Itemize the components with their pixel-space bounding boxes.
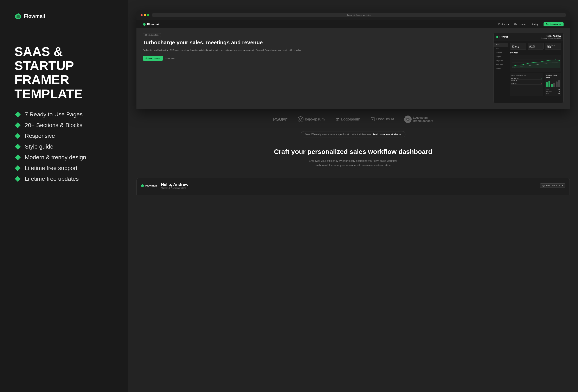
logo-psum-icon: L (371, 117, 375, 122)
feature-item: Lifetime free support (14, 165, 116, 172)
globe-icon (299, 118, 302, 121)
bottom-logo-icon (141, 184, 144, 187)
social-proof-link[interactable]: Read customers stories → (373, 133, 401, 135)
sidebar-channels[interactable]: Channels (494, 51, 508, 55)
logo-psum-2-text: LOGO! PSUM (376, 118, 394, 121)
summary-total-row: Total89 (546, 93, 560, 95)
logo-circle-icon (298, 116, 303, 122)
stat-sent-label: Sent (512, 44, 525, 46)
hero-buttons: Get early access Learn more (143, 56, 487, 61)
site-nav: Features ▾ Use cases ▾ Pricing Get templ… (498, 22, 564, 26)
dash-bottom: Links clicked ↑ 6.5% Andrew Joh...↑ Sara… (510, 73, 561, 96)
flowmail-logo-icon (14, 12, 22, 20)
dash-logo-icon (496, 36, 498, 38)
dashboard-preview: Flowmail Hello, Andrew Monday, 5 Novembe… (493, 33, 564, 103)
stat-links-label: Links shared (547, 44, 559, 46)
dash-stats: Sent 64,115 Opened 2,418 Links shared 85… (510, 43, 561, 50)
bottom-mock-header: Flowmail Hello, Andrew Monday, 5 Novembe… (141, 182, 565, 189)
dot-green[interactable] (147, 14, 149, 16)
sidebar-analytics[interactable]: Analytics (494, 55, 508, 59)
feature-item: Style guide (14, 143, 116, 150)
stat-links-value: 856 (547, 46, 559, 48)
diamond-icon (14, 154, 21, 161)
dash-sidebar: Home Inbox Channels Analytics Integratio… (494, 41, 508, 103)
feature-item: 7 Ready to Use Pages (14, 111, 116, 118)
get-early-access-button[interactable]: Get early access (143, 56, 163, 61)
diamond-icon (14, 122, 21, 129)
stat-links: Links shared 856 (545, 43, 561, 50)
svg-marker-15 (141, 184, 144, 187)
feature-item: Lifetime free updates (14, 175, 116, 182)
summary-received-row: Received23 (546, 90, 560, 93)
logos-section: PSUM* logo–ipsum Logoipsum L (128, 109, 578, 129)
bottom-mock-greeting: Hello, Andrew (161, 182, 540, 187)
stat-opened-value: 2,418 (530, 46, 542, 48)
nav-features[interactable]: Features ▾ (498, 23, 509, 26)
svg-text:L: L (372, 118, 373, 120)
logoipsum-1-text: Logoipsum (341, 117, 360, 122)
diamond-icon (14, 111, 21, 118)
browser-dots (141, 14, 149, 16)
dash-date: Monday, 5 November 2024 (541, 37, 561, 39)
dash-table-title: Links clicked ↑ 6.5% (511, 75, 542, 76)
dot-yellow[interactable] (144, 14, 146, 16)
hero-desc: Explore the wealth of an 8M+ B2B sales r… (143, 49, 487, 52)
table-row: John D...↓ (511, 82, 542, 85)
dash-logo-text: Flowmail (500, 36, 508, 38)
sidebar-help[interactable]: Help Center (494, 62, 508, 66)
social-proof-section: Over 2500 early adopters use our platfor… (128, 129, 578, 139)
table-row: Andrew Joh...↑ (511, 77, 542, 80)
table-row: Sarah M...— (511, 80, 542, 82)
nav-pricing[interactable]: Pricing (531, 23, 538, 26)
bottom-section: Craft your personalized sales workflow d… (128, 139, 578, 178)
sidebar-home[interactable]: Home (494, 43, 508, 47)
left-logo-text: Flowmail (24, 13, 45, 19)
diamond-icon (14, 143, 21, 150)
site-logo-text: Flowmail (147, 23, 160, 26)
logo-ipsum: logo–ipsum (298, 116, 325, 122)
calendar-icon (542, 185, 545, 187)
dot-red[interactable] (141, 14, 143, 16)
site-logo: Flowmail (143, 23, 160, 26)
brand-icon-inner (406, 117, 410, 121)
main-heading: SAAS & STARTUP FRAMER TEMPLATE (14, 44, 116, 101)
left-panel: Flowmail SAAS & STARTUP FRAMER TEMPLATE … (0, 0, 128, 392)
browser-mockup: flowmail.framer.website Flowmail Feature… (137, 10, 570, 109)
learn-more-button[interactable]: Learn more (166, 57, 175, 59)
stat-opened-label: Opened (530, 44, 542, 46)
coming-soon-badge: COMING SOON (143, 33, 161, 37)
stat-opened: Opened 2,418 (528, 43, 544, 50)
sidebar-inbox[interactable]: Inbox (494, 47, 508, 51)
hero-title: Turbocharge your sales, meetings and rev… (143, 40, 487, 46)
svg-marker-2 (143, 23, 145, 26)
chart-area (510, 55, 561, 72)
logoipsum-icon (335, 117, 340, 122)
date-range-badge[interactable]: May - Nov 2024 ▾ (540, 183, 565, 188)
overview-title: Overview (510, 52, 561, 54)
bottom-logo-text: Flowmail (145, 184, 157, 187)
nav-cta-button[interactable]: Get template → (543, 22, 564, 26)
nav-use-cases[interactable]: Use cases ▾ (514, 23, 527, 26)
stat-sent: Sent 64,115 (510, 43, 526, 50)
bottom-title: Craft your personalized sales workflow d… (137, 148, 570, 156)
date-range-text: May - Nov 2024 (546, 184, 560, 187)
dash-main: Sent 64,115 Opened 2,418 Links shared 85… (508, 41, 563, 103)
features-list: 7 Ready to Use Pages 20+ Sections & Bloc… (14, 111, 116, 182)
bottom-desc: Empower your efficiency by effortlessly … (306, 159, 401, 168)
summary-sent-row: Sent30 (546, 88, 560, 90)
hero-content: COMING SOON Turbocharge your sales, meet… (143, 33, 489, 103)
svg-marker-8 (512, 60, 560, 68)
svg-rect-16 (543, 185, 544, 186)
svg-marker-3 (496, 36, 498, 38)
browser-url-bar[interactable]: flowmail.framer.website (152, 13, 566, 17)
bottom-mock-date: Monday, 5 November 2024 (161, 187, 540, 189)
sidebar-settings[interactable]: Settings (494, 66, 508, 70)
right-panel: flowmail.framer.website Flowmail Feature… (128, 0, 578, 392)
hero-section: COMING SOON Turbocharge your sales, meet… (137, 29, 570, 107)
sidebar-integrations[interactable]: Integrations (494, 59, 508, 62)
diamond-icon (14, 175, 21, 182)
logoipsum-brand-icon (404, 116, 412, 123)
dash-body: Home Inbox Channels Analytics Integratio… (494, 41, 563, 103)
diamond-icon (14, 133, 21, 139)
logoipsum-1: Logoipsum (335, 117, 360, 122)
